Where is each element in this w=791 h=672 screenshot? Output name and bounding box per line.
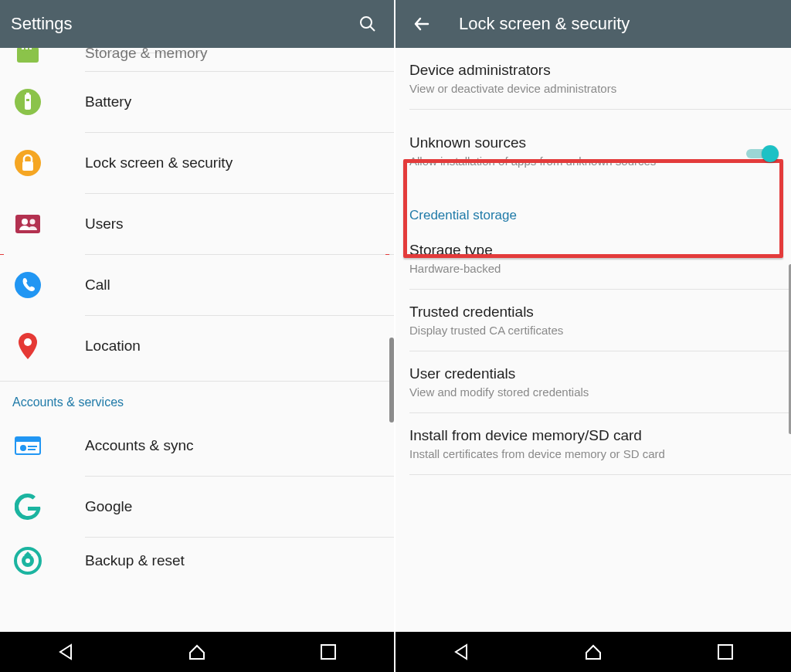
nav-back-icon[interactable] bbox=[47, 636, 84, 667]
backup-reset-icon bbox=[14, 547, 42, 575]
settings-item-call[interactable]: Call bbox=[0, 255, 394, 315]
svg-rect-6 bbox=[29, 48, 32, 49]
lock-security-toolbar: Lock screen & security bbox=[396, 0, 791, 48]
nav-home-icon[interactable] bbox=[575, 636, 612, 667]
item-user-credentials[interactable]: User credentials View and modify stored … bbox=[396, 351, 791, 412]
backup-reset-label: Backup & reset bbox=[85, 552, 185, 569]
svg-point-16 bbox=[15, 272, 41, 298]
svg-point-25 bbox=[25, 558, 30, 563]
phone-icon bbox=[14, 271, 42, 299]
svg-rect-10 bbox=[26, 99, 29, 101]
users-label: Users bbox=[85, 216, 124, 232]
device-admin-sub: View or deactivate device administrators bbox=[409, 82, 703, 95]
svg-rect-4 bbox=[22, 48, 24, 49]
nav-recent-icon[interactable] bbox=[707, 636, 744, 667]
scrollbar-thumb[interactable] bbox=[389, 338, 394, 423]
svg-rect-26 bbox=[321, 645, 335, 659]
storage-icon bbox=[14, 48, 42, 69]
trusted-credentials-sub: Display trusted CA certificates bbox=[409, 324, 703, 337]
settings-toolbar: Settings bbox=[0, 0, 394, 48]
settings-item-backup-reset[interactable]: Backup & reset bbox=[0, 538, 394, 584]
google-icon bbox=[14, 493, 42, 521]
settings-item-lock-screen[interactable]: Lock screen & security bbox=[0, 133, 394, 193]
nav-bar-right bbox=[396, 632, 791, 672]
accounts-sync-label: Accounts & sync bbox=[85, 437, 193, 454]
call-label: Call bbox=[85, 277, 110, 294]
svg-rect-8 bbox=[25, 94, 31, 110]
svg-point-0 bbox=[361, 17, 372, 28]
svg-rect-21 bbox=[28, 446, 37, 447]
svg-point-20 bbox=[20, 445, 26, 451]
nav-bar-left bbox=[0, 632, 394, 672]
section-accounts-services: Accounts & services bbox=[0, 382, 394, 416]
google-label: Google bbox=[85, 498, 132, 515]
svg-point-17 bbox=[24, 338, 32, 346]
unknown-sources-toggle[interactable] bbox=[746, 145, 777, 162]
settings-title: Settings bbox=[11, 14, 352, 34]
battery-icon bbox=[14, 88, 42, 116]
item-trusted-credentials[interactable]: Trusted credentials Display trusted CA c… bbox=[396, 290, 791, 351]
lock-security-screen: Lock screen & security Device administra… bbox=[396, 0, 791, 672]
lock-security-title: Lock screen & security bbox=[459, 14, 780, 34]
settings-item-google[interactable]: Google bbox=[0, 477, 394, 537]
settings-item-location[interactable]: Location bbox=[0, 316, 394, 376]
highlight-unknown-sources bbox=[403, 159, 783, 258]
user-credentials-title: User credentials bbox=[409, 365, 777, 382]
unknown-sources-title: Unknown sources bbox=[409, 134, 746, 151]
storage-label: Storage & memory bbox=[85, 48, 207, 62]
location-label: Location bbox=[85, 338, 141, 355]
users-icon bbox=[14, 210, 42, 238]
settings-item-storage[interactable]: Storage & memory bbox=[0, 48, 394, 71]
storage-type-sub: Hardware-backed bbox=[409, 262, 703, 275]
back-arrow-icon[interactable] bbox=[406, 8, 437, 39]
trusted-credentials-title: Trusted credentials bbox=[409, 304, 777, 321]
svg-point-15 bbox=[30, 219, 36, 225]
user-credentials-sub: View and modify stored credentials bbox=[409, 385, 703, 399]
search-icon[interactable] bbox=[352, 8, 383, 39]
svg-rect-5 bbox=[25, 48, 28, 49]
svg-rect-13 bbox=[15, 215, 40, 233]
nav-home-icon[interactable] bbox=[178, 636, 216, 667]
nav-back-icon[interactable] bbox=[443, 636, 480, 667]
settings-item-accounts-sync[interactable]: Accounts & sync bbox=[0, 416, 394, 476]
svg-rect-27 bbox=[718, 645, 732, 659]
lock-security-list: Device administrators View or deactivate… bbox=[396, 48, 791, 632]
install-sd-sub: Install certificates from device memory … bbox=[409, 447, 765, 460]
settings-item-battery[interactable]: Battery bbox=[0, 72, 394, 132]
settings-screen: Settings Storage & memory Battery bbox=[0, 0, 396, 672]
settings-item-users[interactable]: Users bbox=[0, 194, 394, 254]
lock-icon bbox=[14, 149, 42, 177]
device-admin-title: Device administrators bbox=[409, 62, 777, 79]
location-pin-icon bbox=[14, 332, 42, 360]
nav-recent-icon[interactable] bbox=[310, 636, 347, 667]
accounts-sync-icon bbox=[14, 432, 42, 460]
item-install-from-sd[interactable]: Install from device memory/SD card Insta… bbox=[396, 413, 791, 474]
battery-label: Battery bbox=[85, 93, 131, 110]
item-device-administrators[interactable]: Device administrators View or deactivate… bbox=[396, 48, 791, 109]
settings-list: Storage & memory Battery Lock screen & s… bbox=[0, 48, 394, 632]
svg-line-1 bbox=[370, 26, 375, 31]
lock-label: Lock screen & security bbox=[85, 154, 233, 171]
svg-rect-12 bbox=[22, 161, 33, 171]
svg-rect-22 bbox=[28, 449, 36, 450]
svg-point-14 bbox=[22, 219, 28, 225]
svg-rect-9 bbox=[26, 93, 29, 95]
install-sd-title: Install from device memory/SD card bbox=[409, 427, 777, 444]
svg-rect-19 bbox=[15, 437, 40, 442]
